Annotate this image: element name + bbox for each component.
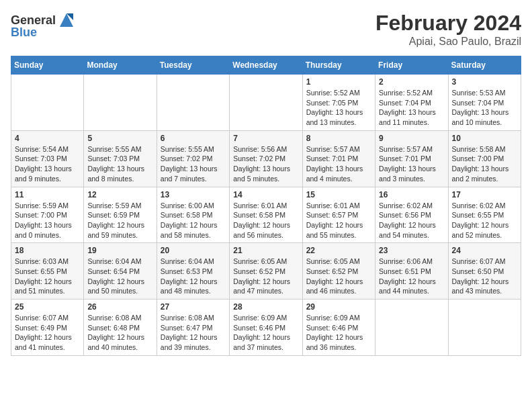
day-info: Sunrise: 6:09 AMSunset: 6:46 PMDaylight:… <box>306 313 371 353</box>
calendar-day-17: 17Sunrise: 6:02 AMSunset: 6:55 PMDayligh… <box>448 187 521 243</box>
calendar-day-8: 8Sunrise: 5:57 AMSunset: 7:01 PMDaylight… <box>302 130 375 187</box>
day-info: Sunrise: 5:58 AMSunset: 7:00 PMDaylight:… <box>452 144 517 184</box>
calendar-day-27: 27Sunrise: 6:08 AMSunset: 6:47 PMDayligh… <box>157 300 229 356</box>
calendar-empty-cell <box>157 75 229 131</box>
day-info: Sunrise: 6:00 AMSunset: 6:58 PMDaylight:… <box>161 201 226 240</box>
day-info: Sunrise: 6:08 AMSunset: 6:47 PMDaylight:… <box>161 313 226 353</box>
day-info: Sunrise: 6:02 AMSunset: 6:56 PMDaylight:… <box>379 201 444 240</box>
day-info: Sunrise: 5:55 AMSunset: 7:03 PMDaylight:… <box>87 144 152 184</box>
calendar-day-29: 29Sunrise: 6:09 AMSunset: 6:46 PMDayligh… <box>302 300 375 356</box>
logo-icon <box>57 11 76 30</box>
day-info: Sunrise: 6:05 AMSunset: 6:52 PMDaylight:… <box>233 257 298 296</box>
calendar-day-5: 5Sunrise: 5:55 AMSunset: 7:03 PMDaylight… <box>84 130 157 187</box>
calendar-day-25: 25Sunrise: 6:07 AMSunset: 6:49 PMDayligh… <box>11 300 84 356</box>
calendar-header-row: SundayMondayTuesdayWednesdayThursdayFrid… <box>11 56 521 75</box>
day-number: 20 <box>161 246 226 255</box>
calendar-day-4: 4Sunrise: 5:54 AMSunset: 7:03 PMDaylight… <box>11 130 84 187</box>
day-number: 11 <box>15 190 80 199</box>
day-number: 26 <box>87 302 152 312</box>
calendar-day-10: 10Sunrise: 5:58 AMSunset: 7:00 PMDayligh… <box>448 130 521 187</box>
day-info: Sunrise: 5:56 AMSunset: 7:02 PMDaylight:… <box>233 144 298 184</box>
day-number: 22 <box>306 246 371 255</box>
calendar-day-2: 2Sunrise: 5:52 AMSunset: 7:04 PMDaylight… <box>375 75 448 131</box>
calendar-day-16: 16Sunrise: 6:02 AMSunset: 6:56 PMDayligh… <box>375 187 448 243</box>
calendar-day-19: 19Sunrise: 6:04 AMSunset: 6:54 PMDayligh… <box>84 243 157 300</box>
day-number: 14 <box>233 190 298 199</box>
calendar-week-4: 18Sunrise: 6:03 AMSunset: 6:55 PMDayligh… <box>11 243 521 300</box>
logo: General Blue <box>11 11 76 40</box>
day-info: Sunrise: 5:52 AMSunset: 7:04 PMDaylight:… <box>379 88 444 128</box>
day-info: Sunrise: 6:07 AMSunset: 6:50 PMDaylight:… <box>452 257 517 296</box>
day-number: 19 <box>87 246 152 255</box>
calendar-empty-cell <box>230 75 302 131</box>
calendar-week-2: 4Sunrise: 5:54 AMSunset: 7:03 PMDaylight… <box>11 130 521 187</box>
calendar-day-20: 20Sunrise: 6:04 AMSunset: 6:53 PMDayligh… <box>157 243 229 300</box>
calendar-empty-cell <box>11 75 84 131</box>
day-number: 13 <box>161 190 226 199</box>
day-number: 6 <box>161 134 226 143</box>
page-header: General Blue February 2024 Apiai, Sao Pa… <box>11 11 521 48</box>
calendar-day-28: 28Sunrise: 6:09 AMSunset: 6:46 PMDayligh… <box>230 300 302 356</box>
day-info: Sunrise: 6:03 AMSunset: 6:55 PMDaylight:… <box>15 257 80 296</box>
day-info: Sunrise: 6:06 AMSunset: 6:51 PMDaylight:… <box>379 257 444 296</box>
day-number: 5 <box>87 134 152 143</box>
day-info: Sunrise: 6:04 AMSunset: 6:54 PMDaylight:… <box>87 257 152 296</box>
day-number: 24 <box>452 246 517 255</box>
calendar-day-6: 6Sunrise: 5:55 AMSunset: 7:02 PMDaylight… <box>157 130 229 187</box>
calendar-empty-cell <box>448 300 521 356</box>
calendar-day-9: 9Sunrise: 5:57 AMSunset: 7:01 PMDaylight… <box>375 130 448 187</box>
day-number: 18 <box>15 246 80 255</box>
day-number: 8 <box>306 134 371 143</box>
day-number: 9 <box>379 134 444 143</box>
day-info: Sunrise: 6:07 AMSunset: 6:49 PMDaylight:… <box>15 313 80 353</box>
day-number: 29 <box>306 302 371 312</box>
calendar-day-15: 15Sunrise: 6:01 AMSunset: 6:57 PMDayligh… <box>302 187 375 243</box>
header-cell-tuesday: Tuesday <box>157 56 229 75</box>
day-info: Sunrise: 5:59 AMSunset: 7:00 PMDaylight:… <box>15 201 80 240</box>
header-cell-friday: Friday <box>375 56 448 75</box>
day-info: Sunrise: 5:57 AMSunset: 7:01 PMDaylight:… <box>379 144 444 184</box>
logo-text-blue: Blue <box>11 26 37 40</box>
day-number: 16 <box>379 190 444 199</box>
day-info: Sunrise: 6:02 AMSunset: 6:55 PMDaylight:… <box>452 201 517 240</box>
calendar-table: SundayMondayTuesdayWednesdayThursdayFrid… <box>11 56 521 356</box>
day-number: 23 <box>379 246 444 255</box>
day-number: 25 <box>15 302 80 312</box>
day-info: Sunrise: 6:08 AMSunset: 6:48 PMDaylight:… <box>87 313 152 353</box>
day-info: Sunrise: 6:04 AMSunset: 6:53 PMDaylight:… <box>161 257 226 296</box>
calendar-day-21: 21Sunrise: 6:05 AMSunset: 6:52 PMDayligh… <box>230 243 302 300</box>
header-cell-saturday: Saturday <box>448 56 521 75</box>
day-info: Sunrise: 5:57 AMSunset: 7:01 PMDaylight:… <box>306 144 371 184</box>
calendar-day-26: 26Sunrise: 6:08 AMSunset: 6:48 PMDayligh… <box>84 300 157 356</box>
calendar-day-13: 13Sunrise: 6:00 AMSunset: 6:58 PMDayligh… <box>157 187 229 243</box>
day-number: 27 <box>161 302 226 312</box>
day-number: 3 <box>452 77 517 87</box>
day-info: Sunrise: 5:54 AMSunset: 7:03 PMDaylight:… <box>15 144 80 184</box>
calendar-week-3: 11Sunrise: 5:59 AMSunset: 7:00 PMDayligh… <box>11 187 521 243</box>
calendar-day-3: 3Sunrise: 5:53 AMSunset: 7:04 PMDaylight… <box>448 75 521 131</box>
calendar-subtitle: Apiai, Sao Paulo, Brazil <box>375 36 521 48</box>
day-info: Sunrise: 5:53 AMSunset: 7:04 PMDaylight:… <box>452 88 517 128</box>
calendar-day-12: 12Sunrise: 5:59 AMSunset: 6:59 PMDayligh… <box>84 187 157 243</box>
calendar-day-23: 23Sunrise: 6:06 AMSunset: 6:51 PMDayligh… <box>375 243 448 300</box>
day-info: Sunrise: 5:55 AMSunset: 7:02 PMDaylight:… <box>161 144 226 184</box>
day-number: 21 <box>233 246 298 255</box>
calendar-day-1: 1Sunrise: 5:52 AMSunset: 7:05 PMDaylight… <box>302 75 375 131</box>
calendar-week-5: 25Sunrise: 6:07 AMSunset: 6:49 PMDayligh… <box>11 300 521 356</box>
day-number: 28 <box>233 302 298 312</box>
header-cell-monday: Monday <box>84 56 157 75</box>
day-number: 2 <box>379 77 444 87</box>
day-number: 12 <box>87 190 152 199</box>
day-info: Sunrise: 5:52 AMSunset: 7:05 PMDaylight:… <box>306 88 371 128</box>
day-info: Sunrise: 6:09 AMSunset: 6:46 PMDaylight:… <box>233 313 298 353</box>
calendar-empty-cell <box>84 75 157 131</box>
day-info: Sunrise: 6:01 AMSunset: 6:57 PMDaylight:… <box>306 201 371 240</box>
calendar-week-1: 1Sunrise: 5:52 AMSunset: 7:05 PMDaylight… <box>11 75 521 131</box>
day-info: Sunrise: 6:05 AMSunset: 6:52 PMDaylight:… <box>306 257 371 296</box>
calendar-day-14: 14Sunrise: 6:01 AMSunset: 6:58 PMDayligh… <box>230 187 302 243</box>
day-info: Sunrise: 6:01 AMSunset: 6:58 PMDaylight:… <box>233 201 298 240</box>
calendar-day-7: 7Sunrise: 5:56 AMSunset: 7:02 PMDaylight… <box>230 130 302 187</box>
calendar-body: 1Sunrise: 5:52 AMSunset: 7:05 PMDaylight… <box>11 75 521 356</box>
calendar-day-18: 18Sunrise: 6:03 AMSunset: 6:55 PMDayligh… <box>11 243 84 300</box>
calendar-day-22: 22Sunrise: 6:05 AMSunset: 6:52 PMDayligh… <box>302 243 375 300</box>
